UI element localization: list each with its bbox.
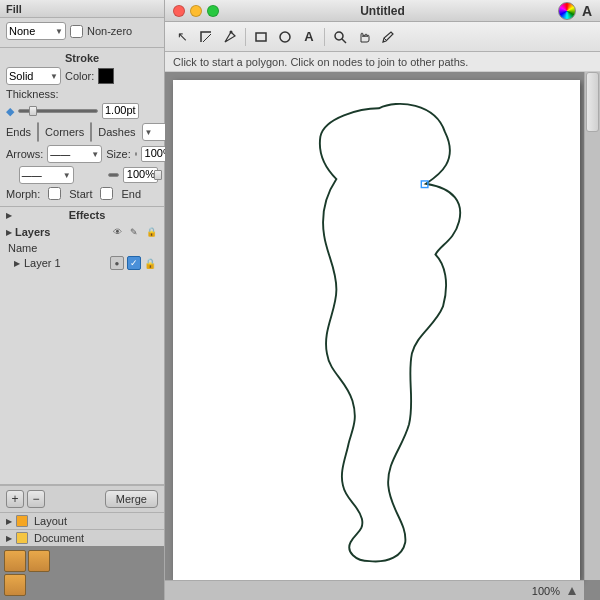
svg-rect-1 [256, 33, 266, 41]
svg-point-0 [230, 30, 233, 33]
zoom-arrow-icon[interactable] [564, 583, 580, 599]
arrow-end-select[interactable]: —— ▼ [19, 166, 74, 184]
window-controls [173, 5, 219, 17]
window-title: Untitled [360, 4, 405, 18]
font-icon[interactable]: A [582, 3, 592, 19]
zoom-percentage: 100% [532, 585, 560, 597]
stroke-color-swatch[interactable] [98, 68, 114, 84]
thickness-slider[interactable] [18, 109, 98, 113]
morph-row: Morph: Start End [6, 187, 158, 200]
document-color-box [16, 532, 28, 544]
layers-lock-icon[interactable]: 🔒 [144, 225, 158, 239]
text-tool-btn[interactable]: A [298, 26, 320, 48]
arrows-row-1: Arrows: —— ▼ Size: 100% [6, 145, 158, 163]
layers-name-row: Name [6, 241, 158, 255]
canvas-area[interactable]: 100% [165, 72, 600, 600]
add-layer-btn[interactable]: + [6, 490, 24, 508]
close-btn[interactable] [173, 5, 185, 17]
layers-disclosure[interactable]: ▶ [6, 228, 12, 237]
stroke-type-row: Solid ▼ Color: [6, 67, 158, 85]
svg-point-2 [280, 32, 290, 42]
panel-title: Fill [6, 3, 22, 15]
fill-select-arrow: ▼ [55, 27, 63, 36]
icon-box-1[interactable] [4, 550, 26, 572]
hand-tool-btn[interactable] [353, 26, 375, 48]
arrow-size-value-2[interactable]: 100% [123, 167, 158, 183]
status-message: Click to start a polygon. Click on nodes… [173, 56, 468, 68]
layers-eye-icon[interactable]: 👁 [110, 225, 124, 239]
bird-svg [173, 80, 580, 580]
layers-pencil-icon[interactable]: ✎ [127, 225, 141, 239]
effects-section: ▶ Effects [0, 207, 164, 223]
corners-btn-group: ⌐ ⌒ ⌐ [90, 122, 92, 142]
nonzero-checkbox[interactable] [70, 25, 83, 38]
top-right-icons: A [558, 2, 592, 20]
svg-line-5 [384, 38, 386, 40]
arrow-start-arrow: ▼ [91, 150, 99, 159]
magnify-tool-btn[interactable] [329, 26, 351, 48]
stroke-section-title: Stroke [6, 52, 158, 64]
pencil-tool-btn[interactable] [377, 26, 399, 48]
svg-line-4 [342, 39, 346, 43]
nonzero-row: Non-zero [70, 25, 132, 38]
horizontal-scrollbar[interactable]: 100% [165, 580, 584, 600]
node-tool-btn[interactable] [195, 26, 217, 48]
layers-section: ▶ Layers 👁 ✎ 🔒 Name ▶ Layer 1 ● ✓ 🔒 [0, 223, 164, 273]
arrow-size-slider-1[interactable] [135, 152, 137, 156]
vertical-scrollbar[interactable] [584, 72, 600, 580]
bottom-bar: + − Merge [0, 485, 164, 512]
layout-color-box [16, 515, 28, 527]
arrows-row-2: —— ▼ 100% [6, 166, 158, 184]
arrow-tool-btn[interactable]: ↖ [171, 26, 193, 48]
corners-btn-1[interactable]: ⌐ [91, 123, 92, 141]
scroll-thumb-v[interactable] [586, 72, 599, 132]
layer-1-visibility[interactable]: ● [110, 256, 124, 270]
layer-1-lock[interactable]: 🔒 [144, 258, 156, 269]
morph-start-checkbox[interactable] [48, 187, 61, 200]
remove-layer-btn[interactable]: − [27, 490, 45, 508]
color-wheel-icon[interactable] [558, 2, 576, 20]
stroke-type-select[interactable]: Solid ▼ [6, 67, 61, 85]
morph-end-checkbox[interactable] [100, 187, 113, 200]
thickness-value[interactable]: 1.00pt [102, 103, 139, 119]
icon-box-3[interactable] [4, 574, 26, 596]
left-panel: Fill None ▼ Non-zero Stroke Solid ▼ Colo… [0, 0, 165, 600]
arrow-start-select[interactable]: —— ▼ [47, 145, 102, 163]
icon-box-2[interactable] [28, 550, 50, 572]
document-row: ▶ Document [0, 529, 164, 546]
canvas-paper [173, 80, 580, 580]
toolbar-separator-1 [245, 28, 246, 46]
layer-1-row[interactable]: ▶ Layer 1 ● ✓ 🔒 [6, 255, 158, 271]
pen-tool-btn[interactable] [219, 26, 241, 48]
svg-point-3 [335, 32, 343, 40]
ends-btn-group: — ⊏ ⊓ [37, 122, 39, 142]
layout-row: ▶ Layout [0, 512, 164, 529]
fill-type-select[interactable]: None ▼ [6, 22, 66, 40]
ellipse-tool-btn[interactable] [274, 26, 296, 48]
icon-row-1 [4, 550, 160, 572]
icon-row-2 [4, 574, 160, 596]
layer-1-checkbox[interactable]: ✓ [127, 256, 141, 270]
title-bar: Untitled A [165, 0, 600, 22]
panel-title-bar: Fill [0, 0, 164, 18]
effects-disclosure[interactable]: ▶ [6, 211, 12, 220]
merge-btn[interactable]: Merge [105, 490, 158, 508]
stroke-section: Stroke Solid ▼ Color: Thickness: ◆ 1.00p… [0, 48, 164, 207]
layout-disclosure[interactable]: ▶ [6, 517, 12, 526]
thickness-row: Thickness: [6, 88, 158, 100]
stroke-select-arrow: ▼ [50, 72, 58, 81]
minimize-btn[interactable] [190, 5, 202, 17]
ends-btn-1[interactable]: — [38, 123, 39, 141]
rect-tool-btn[interactable] [250, 26, 272, 48]
layer-1-disclosure[interactable]: ▶ [14, 259, 20, 268]
arrow-size-slider-2[interactable] [108, 173, 119, 177]
add-remove-btns: + − [6, 490, 45, 508]
main-area: Untitled A ↖ A [165, 0, 600, 600]
toolbar: ↖ A [165, 22, 600, 52]
layers-header: ▶ Layers 👁 ✎ 🔒 [6, 225, 158, 239]
document-disclosure[interactable]: ▶ [6, 534, 12, 543]
maximize-btn[interactable] [207, 5, 219, 17]
toolbar-separator-2 [324, 28, 325, 46]
ends-corners-row: Ends — ⊏ ⊓ Corners ⌐ ⌒ ⌐ Dashes ▼ [6, 122, 158, 142]
layer-icons: 👁 ✎ 🔒 [110, 225, 158, 239]
